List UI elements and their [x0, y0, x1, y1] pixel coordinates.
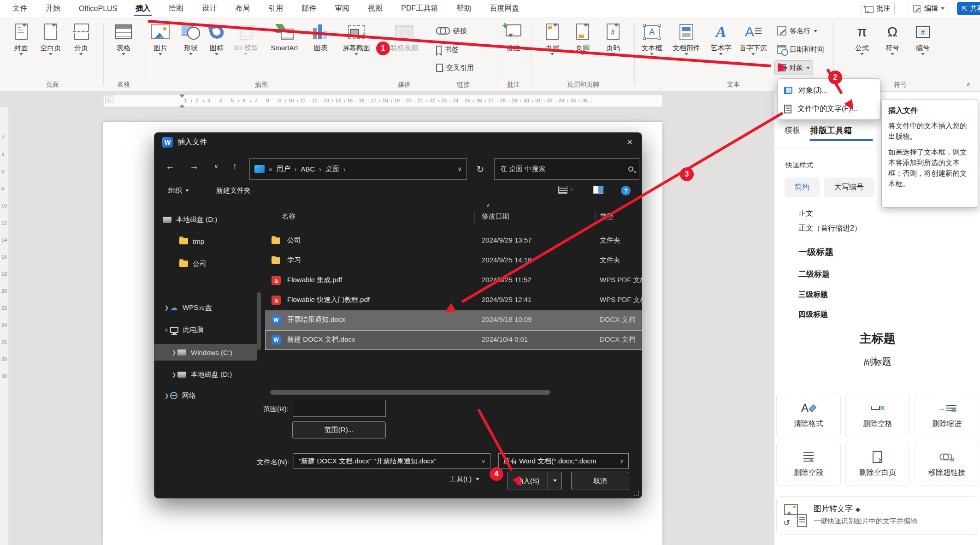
remove-spaces-button[interactable]: × 删除空格 [845, 393, 910, 437]
column-separator[interactable] [595, 211, 596, 223]
tree-item-windows-c[interactable]: ❯Windows (C:) [154, 344, 257, 361]
text-box-button[interactable]: A文本框 [637, 21, 667, 57]
menu-pdf-toolbox[interactable]: PDF工具箱 [400, 1, 439, 16]
file-row-invoice-notice[interactable]: W 开票结果通知.docx2024/9/18 10:09DOCX 文档 [265, 310, 642, 330]
tree-item-this-pc[interactable]: ∨此电脑 [154, 321, 257, 338]
tree-item-company[interactable]: 公司 [154, 255, 257, 272]
column-date[interactable]: 修改日期 [482, 212, 509, 221]
collapse-ribbon-icon[interactable]: ∧ [966, 81, 971, 88]
tab-selector[interactable]: ∟ [105, 95, 114, 104]
organize-button[interactable]: 组织 [168, 186, 189, 195]
first-line-indent-marker[interactable] [179, 95, 185, 101]
dialog-title-bar[interactable]: W 插入文件 × [154, 133, 642, 151]
up-icon[interactable]: ↑ [224, 157, 245, 175]
chevron-right-icon[interactable]: ❯ [172, 350, 177, 355]
menu-officeplus[interactable]: OfficePLUS [77, 2, 118, 16]
tree-scrollbar[interactable] [257, 292, 261, 350]
style-subtitle[interactable]: 副标题 [774, 355, 980, 368]
tab-layout-toolbox[interactable]: 排版工具箱 [810, 125, 852, 136]
menu-review[interactable]: 审阅 [333, 1, 351, 16]
edit-mode-button[interactable]: 编辑 [908, 2, 949, 15]
shapes-button[interactable]: 形状 [176, 21, 206, 57]
menu-item-text-from-file[interactable]: 文件中的文字(F)... [778, 100, 880, 118]
menu-help[interactable]: 帮助 [455, 1, 472, 16]
breadcrumb-desktop[interactable]: 桌面 [325, 165, 339, 173]
tree-item-local-disk-d2[interactable]: ❯本地磁盘 (D:) [154, 366, 257, 383]
page-break-button[interactable]: 分页 [66, 21, 96, 57]
bookmark-button[interactable]: 书签 [433, 42, 461, 57]
close-icon[interactable]: × [620, 134, 640, 150]
column-type[interactable]: 类型 [600, 212, 614, 221]
comments-button[interactable]: 批注 [861, 2, 895, 15]
range-input[interactable] [293, 400, 386, 417]
file-row-flowable-tutorial[interactable]: a Flowable 快速入门教程.pdf2024/9/25 12:41WPS … [265, 290, 642, 310]
hanging-indent-marker[interactable] [179, 101, 185, 107]
3d-models-button[interactable]: 3D 模型 [232, 21, 259, 57]
address-dropdown-icon[interactable]: ∨ [457, 166, 462, 172]
online-video-button[interactable]: 联机视频 [384, 21, 425, 52]
filename-combo[interactable]: "新建 DOCX 文档.docx" "开票结果通知.docx"∨ [294, 453, 490, 469]
forward-icon[interactable]: → [184, 157, 204, 175]
menu-design[interactable]: 设计 [201, 1, 218, 16]
breadcrumb-users[interactable]: 用户 [277, 165, 290, 173]
remove-empty-paragraphs-button[interactable]: × 删除空段 [776, 442, 841, 486]
preset-minimal-button[interactable]: 简约 [785, 178, 820, 197]
screenshot-button[interactable]: 屏幕截图 [337, 21, 376, 57]
quick-parts-button[interactable]: 文档部件 [668, 21, 704, 57]
style-body[interactable]: 正文 [798, 209, 813, 219]
link-button[interactable]: 链接 [433, 24, 470, 38]
date-time-button[interactable]: 日期和时间 [774, 42, 827, 57]
equation-button[interactable]: π公式 [847, 21, 877, 57]
style-heading3[interactable]: 三级标题 [798, 290, 828, 300]
style-heading1[interactable]: 一级标题 [798, 246, 833, 258]
cancel-button[interactable]: 取消 [571, 472, 629, 490]
clear-format-button[interactable]: A 清除格式 [776, 393, 841, 437]
drop-cap-button[interactable]: A首字下沉 [737, 21, 770, 57]
style-main-title[interactable]: 主标题 [774, 331, 980, 347]
resize-grip[interactable] [634, 491, 639, 496]
menu-references[interactable]: 引用 [267, 1, 284, 16]
insert-button[interactable]: 插入(S) [508, 472, 548, 490]
vertical-ruler[interactable]: 24681012141618202224262830 [0, 107, 8, 545]
cover-page-button[interactable]: 封面 [6, 21, 36, 57]
menu-layout[interactable]: 布局 [234, 1, 251, 16]
menu-home[interactable]: 开始 [44, 1, 62, 16]
tools-dropdown[interactable]: 工具(L) [449, 475, 479, 484]
style-heading2[interactable]: 二级标题 [798, 269, 830, 279]
view-mode-button[interactable] [558, 186, 573, 194]
pictures-button[interactable]: 图片 [146, 21, 175, 57]
footer-button[interactable]: 页脚 [568, 21, 597, 57]
smartart-button[interactable]: SmartArt [265, 21, 304, 52]
table-button[interactable]: 表格 [109, 21, 138, 57]
share-button[interactable]: ⇱ 共享 [957, 2, 980, 15]
signature-line-button[interactable]: 签名行 [774, 24, 820, 38]
breadcrumb-abc[interactable]: ABC [301, 165, 315, 173]
menu-mailings[interactable]: 邮件 [300, 1, 318, 16]
image-to-text-card[interactable]: ↺ 图片转文字◆ 一键快速识别图片中的文字并编辑 [776, 496, 977, 535]
help-button[interactable]: ? [621, 186, 631, 195]
new-comment-button[interactable]: 批注 [499, 21, 528, 52]
range-button[interactable]: 范围(R)... [292, 421, 386, 438]
insert-dropdown-icon[interactable] [548, 472, 561, 490]
preview-pane-button[interactable] [593, 186, 603, 194]
recent-locations-icon[interactable]: ∨ [206, 157, 226, 175]
search-input[interactable]: 在 桌面 中搜索 [494, 158, 639, 180]
column-separator[interactable] [474, 211, 475, 223]
chevron-down-icon[interactable]: ∨ [165, 327, 170, 333]
refresh-icon[interactable]: ↻ [470, 158, 491, 180]
remove-blank-pages-button[interactable]: × 删除空白页 [845, 442, 910, 486]
object-button[interactable]: 对象 [774, 60, 813, 75]
header-button[interactable]: 页眉 [537, 21, 567, 57]
chart-button[interactable]: 图表 [306, 21, 336, 52]
menu-item-object[interactable]: 对象(J)... [778, 81, 880, 100]
page-number-button[interactable]: 页码 [598, 21, 628, 57]
preset-capital-numbering-button[interactable]: 大写编号 [824, 178, 874, 197]
remove-hyperlinks-button[interactable]: × 移除超链接 [915, 442, 979, 486]
symbol-button[interactable]: Ω符号 [878, 21, 907, 57]
column-name[interactable]: 名称 [282, 212, 295, 221]
horizontal-scrollbar[interactable] [270, 390, 550, 395]
menu-file[interactable]: 文件 [11, 1, 29, 16]
file-row-flowable-integration[interactable]: a Flowable 集成.pdf2024/9/25 11:52WPS PDF … [265, 271, 642, 290]
chevron-right-icon[interactable]: ❯ [165, 393, 170, 399]
filetype-combo[interactable]: 所有 Word 文档(*.docx;*.docm∨ [498, 453, 629, 469]
